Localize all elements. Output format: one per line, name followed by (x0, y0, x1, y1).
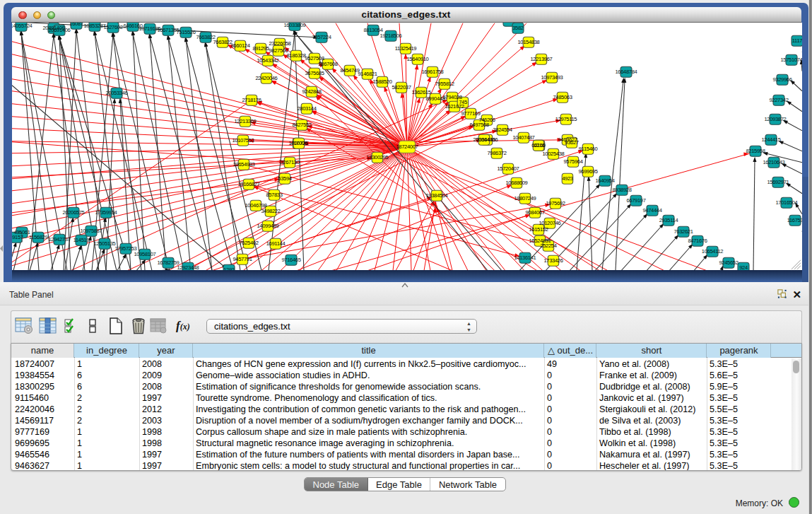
svg-text:6497568: 6497568 (469, 122, 488, 128)
svg-text:857833: 857833 (266, 192, 282, 198)
svg-text:10853287: 10853287 (84, 23, 106, 29)
svg-text:16033809: 16033809 (284, 23, 306, 28)
svg-text:3824554: 3824554 (493, 127, 512, 133)
svg-text:9457791: 9457791 (233, 256, 252, 262)
svg-text:20691406: 20691406 (49, 27, 71, 33)
svg-text:10975887: 10975887 (81, 228, 102, 234)
svg-text:7485063: 7485063 (553, 94, 572, 100)
svg-text:7986372: 7986372 (487, 150, 506, 156)
svg-text:7625402: 7625402 (239, 240, 258, 246)
svg-text:53594: 53594 (278, 175, 291, 182)
svg-text:8427552: 8427552 (292, 122, 311, 128)
svg-text:10154838: 10154838 (518, 39, 540, 45)
svg-text:16210643: 16210643 (763, 159, 785, 165)
svg-text:14099489: 14099489 (257, 223, 279, 229)
svg-text:4923: 4923 (562, 175, 573, 182)
svg-text:7632621: 7632621 (673, 228, 693, 235)
svg-text:16961758: 16961758 (422, 69, 444, 75)
svg-text:2803144: 2803144 (297, 105, 316, 112)
svg-text:12213967: 12213967 (531, 56, 553, 62)
svg-text:1527602: 1527602 (103, 24, 122, 30)
svg-text:7357224: 7357224 (312, 34, 331, 40)
svg-text:10958107: 10958107 (134, 251, 156, 257)
svg-text:19384554: 19384554 (426, 192, 448, 199)
svg-text:17359934: 17359934 (95, 209, 117, 216)
svg-text:9146821: 9146821 (358, 71, 377, 77)
svg-text:15720407: 15720407 (498, 165, 519, 172)
svg-text:9575964: 9575964 (563, 158, 582, 165)
svg-text:20364436: 20364436 (473, 136, 495, 143)
svg-text:1640954: 1640954 (595, 177, 614, 184)
svg-text:16087: 16087 (69, 23, 83, 27)
svg-text:12093872: 12093872 (765, 116, 787, 122)
svg-text:10107553: 10107553 (233, 137, 254, 144)
svg-text:15640910: 15640910 (407, 56, 429, 62)
svg-text:12213369: 12213369 (235, 118, 257, 124)
svg-text:252254: 252254 (540, 243, 556, 249)
svg-text:114519: 114519 (73, 237, 90, 243)
svg-text:19654983: 19654983 (233, 161, 255, 168)
svg-text:8660124: 8660124 (230, 42, 249, 49)
svg-text:3498222: 3498222 (261, 208, 280, 214)
svg-text:20206575: 20206575 (63, 209, 85, 216)
svg-text:3267130: 3267130 (280, 159, 299, 165)
svg-text:62160: 62160 (531, 142, 545, 148)
svg-text:18300295: 18300295 (367, 154, 389, 160)
svg-text:9245652: 9245652 (719, 259, 738, 266)
svg-text:1588520: 1588520 (372, 78, 392, 85)
svg-text:2935114: 2935114 (659, 217, 678, 223)
svg-text:1244415: 1244415 (761, 136, 780, 143)
svg-text:20053346: 20053346 (106, 90, 128, 96)
svg-text:18724007: 18724007 (396, 144, 418, 150)
svg-text:93627: 93627 (565, 139, 578, 146)
svg-text:10654112: 10654112 (702, 248, 724, 255)
svg-text:10688609: 10688609 (506, 180, 528, 186)
svg-text:12942737: 12942737 (49, 236, 71, 243)
svg-text:11325419: 11325419 (395, 45, 417, 52)
svg-text:23226058: 23226058 (269, 40, 291, 47)
svg-text:1975692: 1975692 (546, 200, 565, 206)
svg-text:10973493: 10973493 (541, 74, 563, 81)
svg-text:17016504: 17016504 (776, 199, 798, 206)
svg-text:9777169: 9777169 (461, 110, 480, 117)
svg-text:1117: 1117 (792, 37, 802, 44)
svg-text:39157: 39157 (12, 234, 23, 240)
svg-text:1691144: 1691144 (266, 240, 286, 247)
svg-text:10543342: 10543342 (257, 57, 279, 64)
svg-text:116753: 116753 (787, 217, 802, 223)
svg-text:10120746: 10120746 (539, 220, 561, 226)
svg-text:10407487: 10407487 (513, 134, 535, 141)
svg-text:16648784: 16648784 (616, 69, 637, 75)
svg-text:6679197: 6679197 (626, 197, 645, 204)
svg-text:417006: 417006 (290, 140, 307, 146)
svg-text:8215958: 8215958 (746, 148, 765, 154)
svg-text:22420046: 22420046 (256, 75, 278, 81)
svg-text:7955812: 7955812 (435, 81, 454, 87)
svg-text:1733426: 1733426 (543, 257, 563, 264)
svg-text:8938928: 8938928 (612, 187, 631, 193)
svg-text:8471676: 8471676 (688, 238, 707, 244)
svg-text:19166827: 19166827 (238, 181, 260, 187)
svg-text:20876: 20876 (502, 23, 515, 24)
svg-text:15751074: 15751074 (781, 57, 803, 63)
svg-text:9329966: 9329966 (772, 76, 792, 83)
svg-text:2867608: 2867608 (318, 61, 337, 67)
svg-text:9242848: 9242848 (302, 88, 321, 95)
svg-text:5822037: 5822037 (392, 84, 411, 90)
svg-text:9474444: 9474444 (642, 207, 661, 214)
svg-text:9227342: 9227342 (769, 97, 788, 103)
svg-text:9827500: 9827500 (269, 47, 288, 54)
svg-text:2718176: 2718176 (242, 97, 261, 103)
svg-text:1156829: 1156829 (29, 234, 48, 240)
svg-text:14136141: 14136141 (514, 255, 536, 261)
svg-text:10025438: 10025438 (543, 151, 565, 157)
svg-text:12975115: 12975115 (555, 116, 577, 122)
svg-text:1615152: 1615152 (529, 226, 548, 233)
svg-text:14055724: 14055724 (12, 23, 33, 29)
svg-text:18807249: 18807249 (514, 195, 536, 201)
svg-text:7663822: 7663822 (213, 39, 232, 45)
svg-text:8454749: 8454749 (340, 67, 359, 74)
svg-text:745: 745 (459, 99, 467, 105)
svg-text:15692971: 15692971 (767, 179, 789, 185)
svg-text:9716465: 9716465 (281, 257, 300, 263)
